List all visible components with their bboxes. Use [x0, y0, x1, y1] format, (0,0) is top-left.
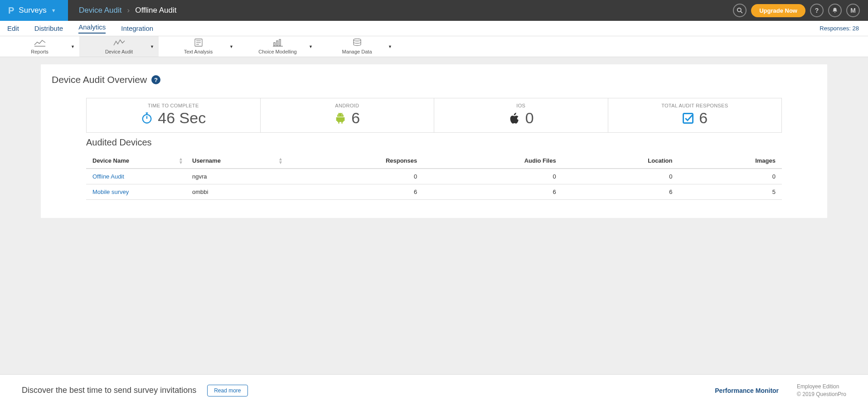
svg-rect-8 [276, 41, 278, 46]
chevron-down-icon: ▼ [150, 44, 154, 49]
stopwatch-icon [141, 112, 153, 125]
svg-line-1 [741, 11, 742, 13]
topbar: P Surveys ▼ Device Audit › Offline Audit… [0, 0, 868, 21]
stat-label: TOTAL AUDIT RESPONSES [608, 103, 782, 108]
th-device-name[interactable]: Device Name ▲▼ [86, 153, 186, 169]
footer-info: Employee Edition © 2019 QuestionPro [797, 383, 846, 398]
th-responses[interactable]: Responses [286, 153, 423, 169]
stat-time-to-complete: TIME TO COMPLETE 46 Sec [87, 98, 261, 132]
stat-label: IOS [434, 103, 608, 108]
chevron-down-icon: ▼ [309, 44, 313, 49]
svg-rect-7 [274, 43, 275, 46]
sub-nav: Reports ▼ Device Audit ▼ Text Analysis ▼… [0, 36, 868, 57]
cell-responses: 0 [286, 169, 423, 184]
th-username[interactable]: Username ▲▼ [186, 153, 286, 169]
stat-value: 6 [351, 109, 360, 127]
stat-value: 6 [699, 109, 708, 127]
subnav-label: Device Audit [105, 49, 133, 54]
subnav-text-analysis[interactable]: Text Analysis ▼ [159, 36, 238, 57]
subnav-choice-modelling[interactable]: Choice Modelling ▼ [238, 36, 317, 57]
audited-devices-table: Device Name ▲▼ Username ▲▼ Responses Aud… [86, 153, 782, 200]
help-icon[interactable]: ? [151, 75, 160, 84]
chevron-down-icon: ▼ [388, 44, 392, 49]
android-icon [334, 112, 347, 125]
svg-point-17 [342, 115, 343, 116]
footer: Discover the best time to send survey in… [0, 374, 868, 406]
chevron-down-icon: ▼ [229, 44, 233, 49]
table-row: Offline Audit ngvra 0 0 0 0 [86, 169, 782, 184]
module-selector[interactable]: P Surveys ▼ [0, 0, 68, 21]
stat-label: ANDROID [261, 103, 434, 108]
th-images[interactable]: Images [679, 153, 782, 169]
nav-analytics[interactable]: Analytics [78, 23, 106, 34]
th-location[interactable]: Location [563, 153, 679, 169]
stat-android: ANDROID 6 [261, 98, 435, 132]
topbar-right: Upgrade Now ? M [733, 4, 868, 17]
bell-icon [832, 7, 838, 14]
edition-label: Employee Edition [797, 383, 846, 391]
footer-right: Performance Monitor Employee Edition © 2… [715, 383, 846, 398]
breadcrumb-current: Offline Audit [135, 6, 176, 15]
page-title: Device Audit Overview [52, 74, 147, 85]
stat-value: 46 Sec [158, 109, 206, 127]
breadcrumb-link[interactable]: Device Audit [79, 6, 122, 15]
sort-icon: ▲▼ [278, 157, 283, 164]
search-button[interactable] [733, 4, 747, 17]
stats-row: TIME TO COMPLETE 46 Sec ANDROID 6 IOS [86, 98, 782, 133]
cell-responses: 6 [286, 184, 423, 200]
th-audio-files[interactable]: Audio Files [423, 153, 562, 169]
nav-edit[interactable]: Edit [7, 24, 19, 32]
svg-point-0 [737, 8, 741, 12]
stat-label: TIME TO COMPLETE [87, 103, 260, 108]
chart-line-icon [34, 39, 46, 48]
table-header-row: Device Name ▲▼ Username ▲▼ Responses Aud… [86, 153, 782, 169]
notifications-button[interactable] [828, 4, 842, 17]
read-more-button[interactable]: Read more [207, 385, 247, 396]
subnav-label: Manage Data [342, 49, 372, 54]
logo-icon: P [8, 5, 14, 16]
stat-total-responses: TOTAL AUDIT RESPONSES 6 [608, 98, 782, 132]
subnav-label: Reports [31, 49, 48, 54]
cell-location: 6 [563, 184, 679, 200]
page-title-row: Device Audit Overview ? [41, 74, 827, 85]
nav-integration[interactable]: Integration [121, 24, 153, 32]
footer-message: Discover the best time to send survey in… [22, 386, 196, 395]
copyright-label: © 2019 QuestionPro [797, 391, 846, 398]
sort-icon: ▲▼ [179, 157, 183, 164]
stat-ios: IOS 0 [434, 98, 608, 132]
user-avatar[interactable]: M [846, 4, 860, 17]
chevron-down-icon: ▼ [51, 8, 56, 13]
help-button[interactable]: ? [810, 4, 824, 17]
subnav-label: Text Analysis [184, 49, 213, 54]
cell-username: ombbi [186, 184, 286, 200]
checkbox-icon [682, 112, 694, 125]
device-link[interactable]: Mobile survey [92, 188, 129, 195]
svg-point-16 [339, 115, 339, 116]
apple-icon [508, 112, 521, 125]
svg-point-11 [354, 39, 361, 41]
table-row: Mobile survey ombbi 6 6 6 5 [86, 184, 782, 200]
nav-distribute[interactable]: Distribute [34, 24, 63, 32]
subnav-label: Choice Modelling [258, 49, 296, 54]
cell-audio: 6 [423, 184, 562, 200]
svg-rect-18 [684, 113, 693, 123]
chevron-down-icon: ▼ [71, 44, 75, 49]
device-link[interactable]: Offline Audit [92, 173, 124, 180]
subnav-reports[interactable]: Reports ▼ [0, 36, 79, 57]
subnav-device-audit[interactable]: Device Audit ▼ [79, 36, 159, 57]
upgrade-button[interactable]: Upgrade Now [751, 4, 805, 17]
performance-monitor-link[interactable]: Performance Monitor [715, 387, 779, 394]
bar-chart-icon [272, 39, 283, 48]
subnav-manage-data[interactable]: Manage Data ▼ [317, 36, 397, 57]
cell-username: ngvra [186, 169, 286, 184]
module-label: Surveys [19, 6, 46, 15]
chevron-right-icon: › [127, 6, 130, 15]
document-icon [194, 39, 203, 48]
cell-images: 5 [679, 184, 782, 200]
search-icon [737, 7, 743, 14]
chart-zigzag-icon [113, 39, 125, 48]
cell-images: 0 [679, 169, 782, 184]
responses-count[interactable]: Responses: 28 [820, 25, 859, 32]
breadcrumb: Device Audit › Offline Audit [68, 6, 177, 15]
svg-rect-9 [279, 39, 281, 46]
